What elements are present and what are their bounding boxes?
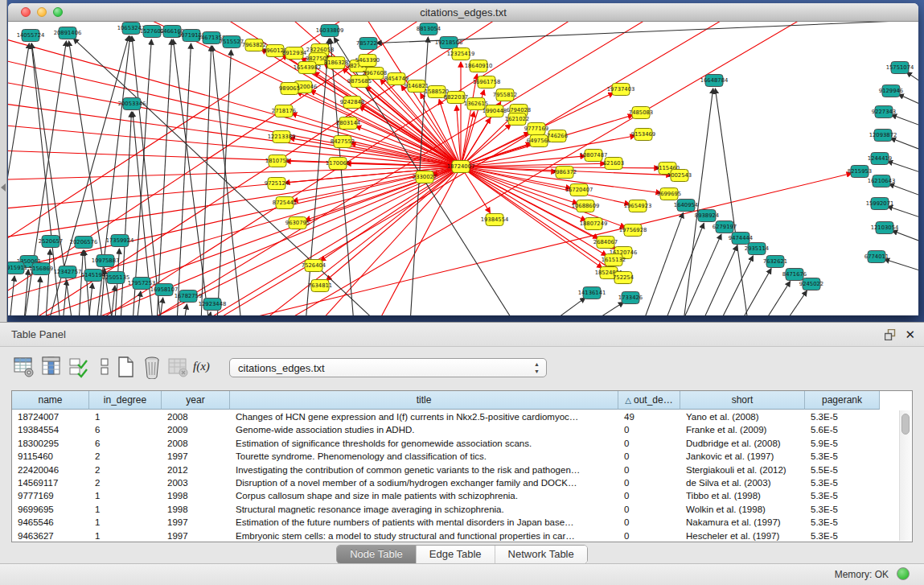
delete-rows-trash-icon[interactable] <box>141 355 163 379</box>
graph-node-label: 9227343 <box>872 109 896 115</box>
close-panel-icon[interactable]: ✕ <box>905 328 915 340</box>
table-tabs: Node TableEdge TableNetwork Table <box>336 545 588 564</box>
graph-node-label: 8822037 <box>444 94 468 101</box>
tab-node-table[interactable]: Node Table <box>337 546 417 563</box>
table-row[interactable]: 911546021997Tourette syndrome. Phenomeno… <box>12 450 912 463</box>
graph-node-label: 9129946 <box>879 88 903 94</box>
table-cell: 0 <box>618 489 680 502</box>
node-table[interactable]: namein_degreeyeartitle△out_de…shortpager… <box>11 390 913 542</box>
table-cell: Estimation of the future numbers of pati… <box>230 516 618 529</box>
table-cell: Tibbo et al. (1998) <box>680 489 805 502</box>
scrollbar-thumb[interactable] <box>901 414 910 435</box>
table-row[interactable]: 946554611997Estimation of the future num… <box>12 516 912 529</box>
memory-status-label: Memory: OK <box>835 569 889 580</box>
graph-node-label: 10807487 <box>580 152 608 159</box>
graph-node-label: 9777169 <box>524 126 548 132</box>
column-header-out_de[interactable]: △out_de… <box>618 391 680 410</box>
vertical-scrollbar[interactable] <box>899 410 911 541</box>
select-rows-icon[interactable] <box>68 355 90 379</box>
table-settings-icon[interactable] <box>13 355 35 379</box>
graph-node-label: 6774011 <box>864 253 889 260</box>
table-cell: 18300295 <box>12 437 89 450</box>
graph-node-label: 16958107 <box>150 286 179 293</box>
network-svg: 1405572420891406106532471527602646616010… <box>8 22 918 315</box>
table-cell: Changes of HCN gene expression and I(f) … <box>230 410 618 423</box>
network-view-window[interactable]: citations_edges.txt 14055724208914061065… <box>8 3 918 315</box>
table-cell: 5.9E-5 <box>805 437 880 450</box>
graph-node-label: 19737403 <box>607 86 635 93</box>
graph-node-label: 8427552 <box>331 138 355 145</box>
table-cell: 2 <box>89 476 162 489</box>
graph-node-label: 1810755 <box>265 158 290 164</box>
tab-edge-table[interactable]: Edge Table <box>417 546 495 563</box>
table-cell: Nakamura et al. (1997) <box>680 516 805 529</box>
table-row[interactable]: 1938455462009Genome-wide association stu… <box>12 423 912 436</box>
graph-node-label: 989065 <box>279 85 300 92</box>
table-cell: 5.5E-5 <box>805 463 880 476</box>
float-panel-icon[interactable] <box>885 329 897 340</box>
table-cell: 2008 <box>162 410 230 423</box>
table-cell: 1 <box>89 410 162 423</box>
row-height-icon[interactable] <box>93 355 116 379</box>
table-row[interactable]: 1456911722003Disruption of a novel membe… <box>12 476 912 489</box>
column-header-name[interactable]: name <box>12 391 89 410</box>
graph-node-label: 9699695 <box>657 191 681 197</box>
table-cell: 1998 <box>162 503 230 516</box>
show-columns-icon[interactable] <box>40 355 63 379</box>
graph-node-label: 7485083 <box>629 109 653 116</box>
table-cell: 9777169 <box>12 489 89 502</box>
column-header-in_degree[interactable]: in_degree <box>89 391 162 410</box>
network-canvas[interactable]: 1405572420891406106532471527602646616010… <box>8 22 918 315</box>
network-desktop: citations_edges.txt 14055724208914061065… <box>0 0 924 322</box>
new-document-icon[interactable] <box>114 355 137 379</box>
column-header-year[interactable]: year <box>162 391 230 410</box>
table-row[interactable]: 969969511998Structural magnetic resonanc… <box>12 503 912 516</box>
graph-node-label: 18807249 <box>580 220 608 227</box>
graph-node-label: 9153469 <box>631 131 655 138</box>
table-cell: Yano et al. (2008) <box>680 410 805 423</box>
table-cell: Tourette syndrome. Phenomenology and cla… <box>230 450 618 463</box>
graph-node-label: 8186328 <box>324 60 348 66</box>
graph-node-label: 7634811 <box>308 282 332 289</box>
graph-node-label: 12505135 <box>102 274 130 281</box>
table-cell: 1 <box>89 529 162 542</box>
graph-node-label: 8471676 <box>782 271 807 278</box>
graph-node-label: 19654923 <box>624 203 652 209</box>
table-header-row: namein_degreeyeartitle△out_de…shortpager… <box>12 391 912 410</box>
graph-node-label: 16543982 <box>294 64 322 71</box>
graph-node-label: 1615132 <box>602 257 626 263</box>
network-window-titlebar[interactable]: citations_edges.txt <box>8 3 918 22</box>
side-panel-strip[interactable] <box>0 0 7 322</box>
table-cell: 1 <box>89 489 162 502</box>
graph-node-label: 621603 <box>603 160 624 167</box>
graph-node-label: 8454749 <box>384 76 409 82</box>
collapse-panel-icon[interactable] <box>1 183 6 192</box>
graph-node-label: 23226058 <box>306 47 335 53</box>
table-cell: 6 <box>89 423 162 436</box>
table-row[interactable]: 946362711997Embryonic stem cells: a mode… <box>12 529 912 542</box>
table-row[interactable]: 1872400712008Changes of HCN gene express… <box>12 410 912 423</box>
graph-node-label: 7955812 <box>493 92 517 98</box>
table-cell: 2 <box>89 450 162 463</box>
table-cell: 2009 <box>162 423 230 436</box>
column-header-pagerank[interactable]: pagerank <box>805 391 880 410</box>
function-builder-icon[interactable]: f(x) <box>193 355 216 379</box>
table-row[interactable]: 977716911998Corpus callosum shape and si… <box>12 489 912 502</box>
application-window: citations_edges.txt 14055724208914061065… <box>0 0 924 585</box>
table-cell: 1998 <box>162 489 230 502</box>
graph-node-label: 752254 <box>613 274 634 281</box>
graph-node-label: 16961758 <box>473 79 501 85</box>
graph-node-label: 16782759 <box>175 293 203 299</box>
graph-node-label: 7515527 <box>220 39 244 45</box>
graph-node-label: 8912934 <box>282 50 306 56</box>
table-row[interactable]: 1830029562008Estimation of significance … <box>12 437 912 450</box>
graph-node-label: 15751074 <box>886 64 914 71</box>
column-header-title[interactable]: title <box>230 391 618 410</box>
column-header-short[interactable]: short <box>680 391 805 410</box>
graph-node-label: 1621022 <box>505 116 529 122</box>
tab-network-table[interactable]: Network Table <box>495 546 587 563</box>
table-selector-dropdown[interactable]: citations_edges.txt ▲▼ <box>229 358 547 377</box>
table-row[interactable]: 2242004622012Investigating the contribut… <box>12 463 912 476</box>
graph-node-label: 7986372 <box>552 169 577 175</box>
table-cell: 2003 <box>162 476 230 489</box>
